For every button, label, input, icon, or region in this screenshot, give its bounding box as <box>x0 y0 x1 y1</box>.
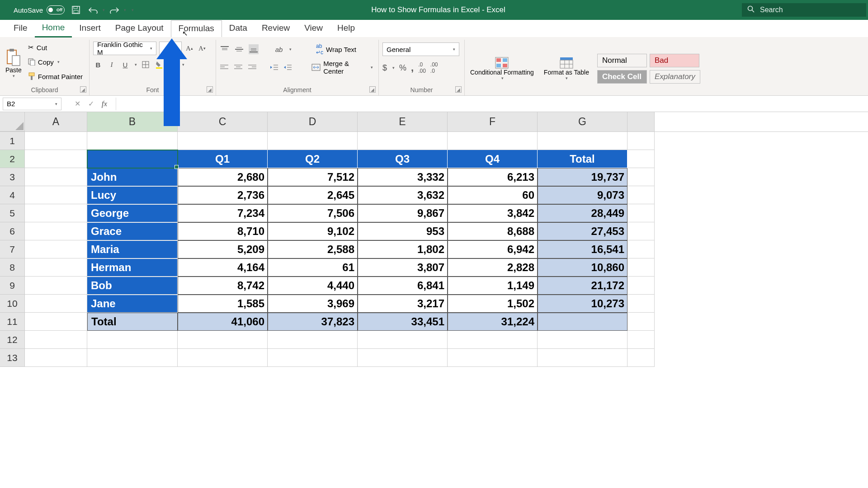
cell[interactable]: 37,823 <box>268 313 358 331</box>
tab-view[interactable]: View <box>297 20 330 37</box>
cell[interactable]: 61 <box>268 258 358 277</box>
row-header[interactable]: 9 <box>0 277 25 295</box>
cell[interactable] <box>87 150 178 168</box>
tab-help[interactable]: Help <box>330 20 362 37</box>
cell[interactable]: 2,828 <box>448 258 538 277</box>
number-format-dropdown[interactable]: General▾ <box>382 42 459 56</box>
cell[interactable] <box>25 349 87 367</box>
cell[interactable]: 2,588 <box>268 240 358 258</box>
cell[interactable] <box>178 132 268 150</box>
cell[interactable] <box>538 349 627 367</box>
italic-button[interactable]: I <box>107 60 117 70</box>
row-header[interactable]: 3 <box>0 168 25 186</box>
tab-review[interactable]: Review <box>255 20 297 37</box>
cell[interactable]: 3,807 <box>358 258 448 277</box>
cell[interactable]: Q1 <box>178 150 268 168</box>
col-header-d[interactable]: D <box>268 112 358 131</box>
cell[interactable] <box>25 295 87 313</box>
formula-input[interactable] <box>116 98 868 110</box>
qat-customize-icon[interactable]: ▾ <box>132 8 134 12</box>
row-header[interactable]: 4 <box>0 186 25 204</box>
increase-indent-icon[interactable] <box>283 62 292 72</box>
cell[interactable]: George <box>87 204 178 222</box>
underline-button[interactable]: U <box>120 60 130 70</box>
cell[interactable]: 10,860 <box>538 258 627 277</box>
cell[interactable]: 4,164 <box>178 258 268 277</box>
align-right-icon[interactable] <box>247 62 257 72</box>
cell[interactable] <box>538 331 627 349</box>
cell[interactable] <box>268 349 358 367</box>
alignment-launcher[interactable]: ◢ <box>369 86 376 93</box>
cell[interactable] <box>448 331 538 349</box>
tab-insert[interactable]: Insert <box>72 20 108 37</box>
cell[interactable] <box>268 331 358 349</box>
clipboard-launcher[interactable]: ◢ <box>80 86 86 93</box>
align-left-icon[interactable] <box>220 62 229 72</box>
select-all-button[interactable] <box>0 112 25 131</box>
cell[interactable] <box>627 186 655 204</box>
row-header[interactable]: 12 <box>0 331 25 349</box>
cell[interactable]: 7,234 <box>178 204 268 222</box>
font-size-dropdown[interactable]: ▾ <box>159 42 182 55</box>
autosave-toggle[interactable]: Off <box>47 5 65 14</box>
border-button[interactable] <box>141 60 151 70</box>
cell[interactable] <box>268 132 358 150</box>
col-header-f[interactable]: F <box>448 112 538 131</box>
cell[interactable] <box>87 331 178 349</box>
cell[interactable]: 19,737 <box>538 168 627 186</box>
cell[interactable]: 9,867 <box>358 204 448 222</box>
col-header-b[interactable]: B <box>87 112 178 131</box>
cell[interactable]: 21,172 <box>538 277 627 295</box>
cell[interactable]: 7,506 <box>268 204 358 222</box>
col-header-e[interactable]: E <box>358 112 448 131</box>
cell[interactable]: Jane <box>87 295 178 313</box>
cancel-formula-icon[interactable]: ✕ <box>71 99 84 108</box>
row-header[interactable]: 7 <box>0 240 25 258</box>
increase-font-icon[interactable]: A▴ <box>184 43 194 53</box>
cell[interactable]: 16,541 <box>538 240 627 258</box>
cell[interactable] <box>627 168 655 186</box>
cell[interactable]: 60 <box>448 186 538 204</box>
cut-button[interactable]: ✂Cut <box>26 41 85 54</box>
decrease-font-icon[interactable]: A▾ <box>197 43 207 53</box>
row-header[interactable]: 1 <box>0 132 25 150</box>
wrap-text-button[interactable]: ab↵cWrap Text <box>314 42 358 56</box>
cell[interactable]: 10,273 <box>538 295 627 313</box>
cell[interactable]: 3,632 <box>358 186 448 204</box>
cell[interactable] <box>25 313 87 331</box>
cell[interactable]: 9,102 <box>268 222 358 240</box>
orientation-icon[interactable]: ab <box>274 44 284 54</box>
insert-function-icon[interactable]: fx <box>98 99 111 108</box>
col-header-c[interactable]: C <box>178 112 268 131</box>
copy-dropdown-icon[interactable]: ▾ <box>57 60 60 64</box>
row-header[interactable]: 5 <box>0 204 25 222</box>
cell[interactable] <box>25 258 87 277</box>
cell[interactable]: Total <box>87 313 178 331</box>
row-header[interactable]: 6 <box>0 222 25 240</box>
cell[interactable]: 8,688 <box>448 222 538 240</box>
cell[interactable] <box>627 349 655 367</box>
row-header[interactable]: 10 <box>0 295 25 313</box>
cell[interactable] <box>25 150 87 168</box>
col-header-h[interactable] <box>627 112 655 131</box>
font-launcher[interactable]: ◢ <box>207 86 213 93</box>
cell[interactable] <box>25 168 87 186</box>
tab-file[interactable]: File <box>6 20 35 37</box>
tab-formulas[interactable]: Formulas <box>171 20 222 37</box>
cell[interactable]: 2,680 <box>178 168 268 186</box>
cell[interactable]: 27,453 <box>538 222 627 240</box>
redo-icon[interactable] <box>108 4 120 16</box>
align-top-icon[interactable] <box>220 44 230 54</box>
name-box[interactable]: B2▾ <box>3 98 61 110</box>
enter-formula-icon[interactable]: ✓ <box>84 99 98 108</box>
cell[interactable]: 2,645 <box>268 186 358 204</box>
cell[interactable]: 8,710 <box>178 222 268 240</box>
cell[interactable]: 8,742 <box>178 277 268 295</box>
cell[interactable] <box>178 349 268 367</box>
align-middle-icon[interactable] <box>234 44 244 54</box>
cell[interactable] <box>627 295 655 313</box>
cell[interactable]: 28,449 <box>538 204 627 222</box>
cell[interactable]: 953 <box>358 222 448 240</box>
cell[interactable]: Q3 <box>358 150 448 168</box>
cell[interactable]: 5,209 <box>178 240 268 258</box>
